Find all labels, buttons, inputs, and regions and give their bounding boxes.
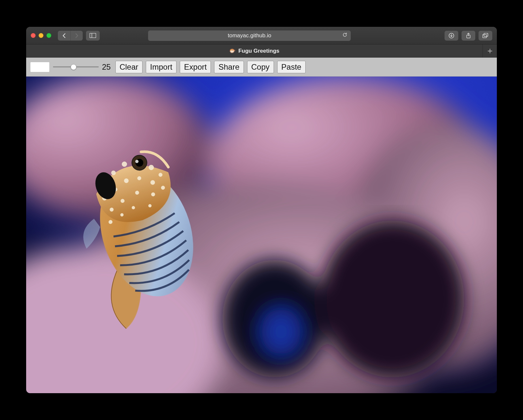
nav-buttons (58, 31, 83, 41)
slider-thumb[interactable] (71, 64, 76, 70)
browser-window: tomayac.github.io 🐡 Fugu Greetings (26, 27, 497, 393)
sidebar-toggle-button[interactable] (86, 31, 100, 41)
copy-button[interactable]: Copy (247, 61, 274, 73)
paste-button[interactable]: Paste (277, 61, 306, 73)
new-tab-button[interactable] (482, 44, 497, 57)
titlebar: tomayac.github.io (26, 27, 497, 44)
clear-button[interactable]: Clear (115, 61, 143, 73)
app-toolbar: 25 Clear Import Export Share Copy Paste (26, 58, 497, 77)
forward-button[interactable] (70, 31, 83, 41)
tab-fugu-greetings[interactable]: 🐡 Fugu Greetings (26, 44, 482, 57)
minimize-window-button[interactable] (39, 33, 43, 38)
address-bar[interactable]: tomayac.github.io (148, 30, 351, 41)
svg-rect-4 (484, 33, 488, 36)
brush-size-value: 25 (102, 62, 111, 72)
color-picker[interactable] (30, 62, 50, 72)
svg-point-14 (320, 220, 464, 377)
tab-bar: 🐡 Fugu Greetings (26, 44, 497, 58)
right-toolbar-group (445, 31, 492, 41)
brush-size-slider[interactable] (53, 63, 99, 71)
url-text: tomayac.github.io (228, 32, 271, 39)
svg-rect-5 (482, 34, 486, 38)
favicon-icon: 🐡 (229, 48, 236, 54)
window-controls (31, 33, 51, 38)
drawing-canvas[interactable] (26, 77, 497, 393)
export-button[interactable]: Export (180, 61, 211, 73)
svg-rect-0 (90, 33, 96, 38)
fullscreen-window-button[interactable] (46, 33, 51, 38)
close-window-button[interactable] (31, 33, 36, 38)
import-button[interactable]: Import (146, 61, 177, 73)
share-app-button[interactable]: Share (214, 61, 244, 73)
svg-point-13 (262, 309, 301, 355)
tab-title: Fugu Greetings (238, 48, 279, 54)
share-button[interactable] (462, 31, 475, 41)
back-button[interactable] (58, 31, 70, 41)
reload-icon[interactable] (342, 32, 347, 39)
tabs-overview-button[interactable] (479, 31, 492, 41)
downloads-button[interactable] (445, 31, 458, 41)
